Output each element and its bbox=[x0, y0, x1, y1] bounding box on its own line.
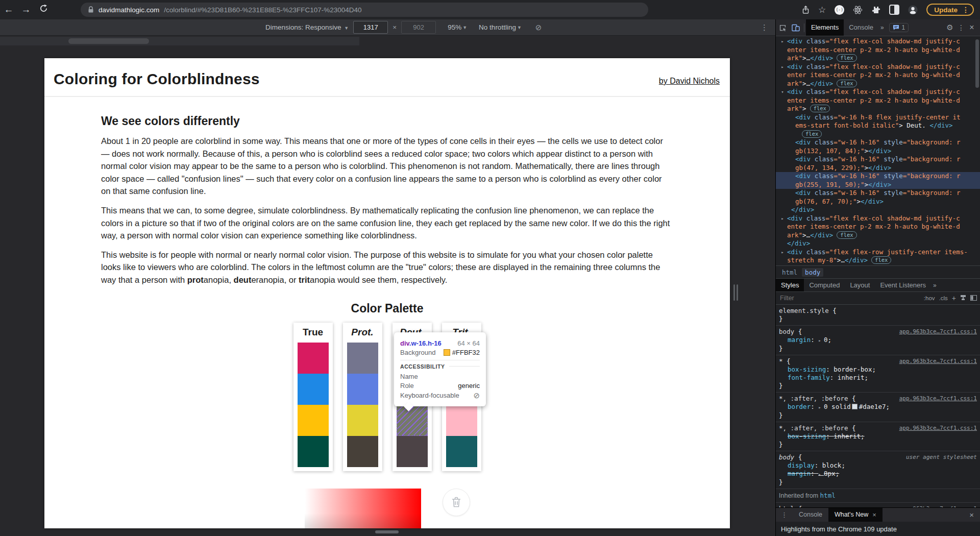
close-tab-icon[interactable]: × bbox=[872, 508, 876, 522]
flex-badge[interactable]: flex bbox=[837, 231, 856, 239]
settings-gear-icon[interactable]: ⚙ bbox=[944, 23, 955, 32]
tab-event-listeners[interactable]: Event Listeners bbox=[875, 279, 931, 291]
dom-tree-line[interactable]: ▸<div class="flex flex-col shadow-md jus… bbox=[776, 37, 980, 46]
style-rule[interactable]: app.963b3ce…7ccf1.css:1*, :after, :befor… bbox=[776, 393, 980, 422]
device-toolbar-menu[interactable]: ⋮ bbox=[761, 23, 768, 32]
style-rule[interactable]: app.963b3ce…7ccf1.css:1*, :after, :befor… bbox=[776, 422, 980, 451]
back-button[interactable]: ← bbox=[0, 4, 17, 15]
dom-tree-line[interactable]: ▸<div class="flex flex-row justify-cente… bbox=[776, 248, 980, 257]
stylesheet-link[interactable]: app.963b3ce…7ccf1.css:1 bbox=[899, 357, 977, 366]
inspect-element-button[interactable] bbox=[776, 24, 789, 32]
dom-tree-line[interactable]: <div class="w-16 h-8 flex justify-center… bbox=[776, 113, 980, 122]
tab-console[interactable]: Console bbox=[844, 19, 878, 36]
style-rule[interactable]: element.style {} bbox=[776, 305, 980, 326]
dom-tree-line[interactable]: </div> bbox=[776, 206, 980, 214]
share-button[interactable] bbox=[802, 6, 810, 14]
css-property[interactable]: box-sizing: border-box; bbox=[779, 366, 977, 374]
stylesheet-link[interactable]: user agent stylesheet bbox=[906, 453, 977, 461]
new-style-rule-button[interactable]: + bbox=[952, 294, 956, 302]
breadcrumb-html[interactable]: html bbox=[779, 268, 800, 277]
more-tabs-icon[interactable]: » bbox=[878, 24, 886, 31]
delete-color-button[interactable] bbox=[443, 489, 470, 516]
dom-tree-line[interactable]: <div class="w-16 h-16" style="background… bbox=[776, 155, 980, 164]
stylesheet-link[interactable]: app.963b3ce…7ccf1.css:1 bbox=[899, 424, 977, 432]
dom-tree-line[interactable]: enter items-center p-2 mx-2 h-auto bg-wh… bbox=[776, 46, 980, 55]
reload-button[interactable] bbox=[35, 4, 52, 15]
expand-arrow-icon[interactable]: ▸ bbox=[779, 63, 786, 71]
tab-computed[interactable]: Computed bbox=[804, 279, 845, 291]
dom-tree-line[interactable]: ark">…</div>flex bbox=[776, 80, 980, 88]
side-panel-icon[interactable] bbox=[889, 5, 899, 15]
style-rule[interactable]: app.963b3ce…7ccf1.css:1body {margin: ▸ 0… bbox=[776, 326, 980, 355]
devtools-menu-icon[interactable]: ⋮ bbox=[957, 23, 966, 32]
drawer-menu-icon[interactable]: ⋮ bbox=[776, 511, 793, 519]
more-tabs-icon[interactable]: » bbox=[931, 282, 939, 289]
viewport-width-input[interactable] bbox=[353, 21, 388, 34]
dom-tree-line[interactable]: gb(255, 191, 50);"></div> bbox=[776, 181, 980, 189]
paint-format-icon[interactable] bbox=[960, 295, 966, 302]
dimensions-select[interactable]: Dimensions: Responsive ▼ bbox=[265, 23, 349, 31]
drawer-tab-whats-new[interactable]: What's New × bbox=[828, 508, 883, 522]
dom-tree-line[interactable]: <div class="w-16 h-16" style="background… bbox=[776, 138, 980, 147]
tab-styles[interactable]: Styles bbox=[776, 279, 804, 291]
dom-tree-line[interactable]: ▸<div class="flex flex-col shadow-md jus… bbox=[776, 214, 980, 223]
address-bar[interactable]: davidmathlogic.com/colorblind/#%23D81B60… bbox=[81, 3, 648, 17]
throttling-select[interactable]: No throttling ▼ bbox=[479, 23, 522, 31]
flex-badge[interactable]: flex bbox=[837, 54, 856, 62]
css-property[interactable]: font-family: inherit; bbox=[779, 374, 977, 382]
style-rule[interactable]: user agent stylesheetbody {display: bloc… bbox=[776, 451, 980, 489]
dom-tree-line[interactable]: gb(132, 107, 84);"></div> bbox=[776, 147, 980, 156]
flex-badge[interactable]: flex bbox=[871, 256, 891, 264]
expand-arrow-icon[interactable]: ▸ bbox=[779, 248, 786, 257]
tab-elements[interactable]: Elements bbox=[806, 19, 844, 36]
browser-menu-icon[interactable]: ⋮ bbox=[962, 6, 969, 14]
css-property[interactable]: box-sizing: inherit; bbox=[779, 432, 977, 441]
inherited-tag-link[interactable]: html bbox=[820, 492, 836, 499]
zoom-select[interactable]: 95% ▼ bbox=[448, 23, 467, 31]
extension-circle-icon[interactable]: (-) bbox=[835, 5, 844, 15]
devtools-close-icon[interactable]: × bbox=[967, 23, 977, 32]
dom-tree-line[interactable]: ark">flex bbox=[776, 105, 980, 113]
dom-tree-line[interactable]: ems-start font-bold italic"> Deut. </div… bbox=[776, 121, 980, 130]
drawer-tab-console[interactable]: Console bbox=[793, 508, 828, 522]
flex-badge[interactable]: flex bbox=[837, 80, 856, 87]
profile-avatar[interactable] bbox=[908, 5, 918, 15]
flex-badge[interactable]: flex bbox=[802, 130, 822, 138]
expand-arrow-icon[interactable]: ▾ bbox=[779, 88, 786, 96]
dom-tree-line[interactable]: <div class="w-16 h-16" style="background… bbox=[776, 189, 980, 198]
react-devtools-icon[interactable] bbox=[853, 5, 863, 15]
css-property[interactable]: display: block; bbox=[779, 461, 977, 470]
bookmark-star-button[interactable]: ☆ bbox=[818, 5, 826, 15]
color-gradient-picker[interactable] bbox=[305, 489, 421, 528]
dom-tree-line[interactable]: stretch my-8">…</div>flex bbox=[776, 256, 980, 265]
dom-tree-line[interactable]: ark">…</div>flex bbox=[776, 231, 980, 240]
dom-tree-line[interactable]: flex bbox=[776, 130, 980, 139]
author-link[interactable]: by David Nichols bbox=[659, 77, 720, 86]
issues-counter[interactable]: 1 bbox=[889, 23, 909, 32]
dom-tree-line[interactable]: enter items-center p-2 mx-2 h-auto bg-wh… bbox=[776, 223, 980, 231]
color-swatch[interactable] bbox=[852, 404, 857, 409]
css-property[interactable]: margin: ▸ 0; bbox=[779, 336, 977, 345]
breadcrumb-body[interactable]: body bbox=[802, 268, 823, 277]
dom-tree-line[interactable]: ▾<div class="flex flex-col shadow-md jus… bbox=[776, 88, 980, 96]
flex-badge[interactable]: flex bbox=[810, 105, 830, 112]
css-property[interactable]: border: ▸ 0 solid#dae1e7; bbox=[779, 403, 977, 411]
chrome-update-button[interactable]: Update ⋮ bbox=[926, 4, 974, 16]
tab-layout[interactable]: Layout bbox=[845, 279, 875, 291]
dom-tree-line[interactable]: <div class="w-16 h-16" style="background… bbox=[776, 172, 980, 181]
puzzle-extensions-icon[interactable] bbox=[871, 5, 880, 14]
dom-tree-line[interactable]: enter items-center p-2 mx-2 h-auto bg-wh… bbox=[776, 71, 980, 80]
dom-tree-line[interactable]: </div> bbox=[776, 239, 980, 248]
dom-tree-line[interactable]: gb(76, 67, 70);"></div> bbox=[776, 198, 980, 206]
dock-sidebar-icon[interactable] bbox=[970, 295, 977, 302]
expand-arrow-icon[interactable]: ▸ bbox=[779, 214, 786, 223]
forward-button[interactable]: → bbox=[17, 4, 35, 15]
device-toolbar-toggle[interactable] bbox=[789, 24, 802, 32]
dom-tree-line[interactable]: enter items-center p-2 mx-2 h-auto bg-wh… bbox=[776, 96, 980, 105]
toggle-hover-state[interactable]: :hov bbox=[924, 295, 935, 301]
dom-tree-line[interactable]: ▸<div class="flex flex-col shadow-md jus… bbox=[776, 63, 980, 71]
viewport-height-drag-handle[interactable] bbox=[375, 530, 399, 533]
css-property[interactable]: margin: ▸ 8px; bbox=[779, 470, 977, 478]
styles-filter-input[interactable] bbox=[779, 294, 920, 302]
style-rule[interactable]: app.963b3ce…7ccf1.css:1html {font-family… bbox=[776, 503, 980, 507]
